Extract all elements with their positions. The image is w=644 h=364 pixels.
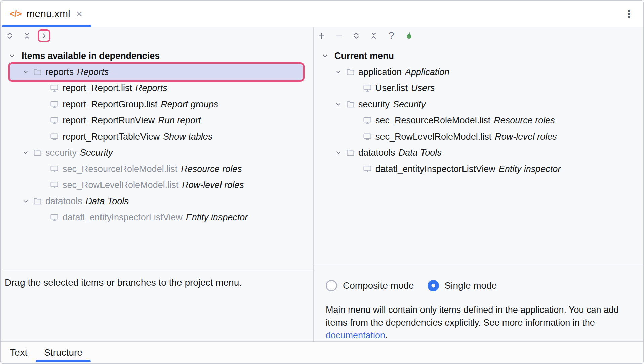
screen-icon: [50, 180, 59, 190]
node-id: report_Report.list: [63, 83, 132, 94]
tree-node-datatools[interactable]: datatoolsData Tools: [314, 145, 643, 161]
chevron-down-icon[interactable]: [321, 52, 329, 60]
tab-text[interactable]: Text: [2, 342, 36, 363]
node-caption: Security: [393, 99, 426, 110]
node-caption: Application: [405, 67, 449, 77]
chevron-down-icon[interactable]: [334, 100, 343, 108]
tab-menu-xml[interactable]: </> menu.xml ×: [2, 1, 91, 27]
collapse-all-button[interactable]: [367, 29, 380, 42]
node-id: datatools: [45, 196, 82, 207]
node-caption: Reports: [77, 67, 109, 77]
node-caption: Run report: [158, 115, 201, 126]
tree-header[interactable]: Items available in dependencies: [1, 48, 313, 64]
screen-icon: [50, 116, 59, 125]
documentation-link[interactable]: documentation: [326, 330, 385, 340]
more-options-icon[interactable]: ⋮: [623, 8, 634, 20]
tree-node-sec_RowLevelRoleModel.list[interactable]: sec_RowLevelRoleModel.listRow-level role…: [314, 129, 643, 145]
chevron-down-icon[interactable]: [334, 149, 343, 157]
current-menu-toolbar: ?: [314, 27, 643, 44]
tab-label: menu.xml: [27, 8, 70, 20]
mode-description-period: .: [385, 330, 388, 340]
node-caption: Report groups: [161, 99, 218, 110]
screen-icon: [50, 132, 59, 141]
tree-node-report_Report.list[interactable]: report_Report.listReports: [1, 80, 313, 96]
tree-node-report_ReportTableView[interactable]: report_ReportTableViewShow tables: [1, 129, 313, 145]
node-id: security: [45, 148, 77, 158]
screen-icon: [50, 100, 59, 109]
node-caption: Resource roles: [181, 164, 242, 174]
tree-node-sec_ResourceRoleModel.list[interactable]: sec_ResourceRoleModel.listResource roles: [1, 161, 313, 177]
node-caption: Data Tools: [399, 148, 442, 158]
current-menu-panel: ? Current menuapplicationApplicationUser…: [314, 27, 643, 341]
expand-all-button[interactable]: [350, 29, 363, 42]
tree-node-report_ReportGroup.list[interactable]: report_ReportGroup.listReport groups: [1, 96, 313, 112]
menu-mode-options: Composite modeSingle mode: [326, 280, 633, 291]
tree-header-label: Items available in dependencies: [22, 51, 160, 61]
node-caption: Reports: [135, 83, 167, 94]
plus-icon: [317, 31, 326, 40]
node-id: sec_RowLevelRoleModel.list: [63, 180, 178, 190]
move-to-menu-button[interactable]: [38, 29, 50, 42]
node-id: User.list: [375, 83, 408, 94]
tab-structure-label: Structure: [44, 347, 82, 358]
tab-structure[interactable]: Structure: [36, 342, 91, 363]
node-caption: Row-level roles: [495, 132, 557, 142]
tree-node-datatl_entityInspectorListView[interactable]: datatl_entityInspectorListViewEntity ins…: [314, 161, 643, 177]
remove-button[interactable]: [332, 29, 345, 42]
tree-node-security[interactable]: securitySecurity: [1, 145, 313, 161]
collapse-all-button[interactable]: [21, 29, 33, 42]
expand-all-icon: [5, 31, 14, 40]
node-id: datatl_entityInspectorListView: [375, 164, 495, 174]
node-id: sec_ResourceRoleModel.list: [375, 115, 490, 126]
node-caption: Entity inspector: [499, 164, 561, 174]
expand-all-button[interactable]: [3, 29, 16, 42]
tree-node-datatools[interactable]: datatoolsData Tools: [1, 193, 313, 209]
chevron-down-icon[interactable]: [334, 68, 343, 76]
tree-header[interactable]: Current menu: [314, 48, 643, 64]
editor-view-tabs: Text Structure: [1, 341, 643, 363]
chevron-down-icon[interactable]: [8, 52, 16, 60]
folder-icon: [33, 148, 42, 157]
radio-single-mode[interactable]: Single mode: [428, 280, 497, 291]
menu-mode-section: Composite modeSingle mode Main menu will…: [314, 265, 643, 342]
tree-header-label: Current menu: [334, 51, 394, 61]
node-id: report_ReportRunView: [63, 115, 155, 126]
flame-icon: [404, 31, 414, 41]
tree-node-sec_ResourceRoleModel.list[interactable]: sec_ResourceRoleModel.listResource roles: [314, 112, 643, 129]
drag-hint-text: Drag the selected items or branches to t…: [1, 271, 313, 341]
folder-icon: [33, 68, 42, 77]
node-id: reports: [45, 67, 74, 77]
chevron-down-icon[interactable]: [22, 149, 30, 157]
help-icon: ?: [388, 31, 394, 41]
minus-icon: [334, 31, 344, 40]
mode-description-line: Main menu will contain only items define…: [326, 303, 633, 316]
chevron-down-icon[interactable]: [22, 68, 30, 76]
hot-deploy-button[interactable]: [402, 29, 415, 42]
radio-composite-mode[interactable]: Composite mode: [326, 280, 414, 291]
tree-node-User.list[interactable]: User.listUsers: [314, 80, 643, 96]
tree-node-application[interactable]: applicationApplication: [314, 64, 643, 80]
mode-label: Single mode: [445, 280, 497, 291]
tree-node-reports[interactable]: reportsReports: [1, 64, 313, 80]
screen-icon: [363, 164, 372, 174]
tree-node-security[interactable]: securitySecurity: [314, 96, 643, 112]
structure-editor: Items available in dependenciesreportsRe…: [1, 27, 643, 341]
tree-node-sec_RowLevelRoleModel.list[interactable]: sec_RowLevelRoleModel.listRow-level role…: [1, 177, 313, 193]
chevron-down-icon[interactable]: [22, 197, 30, 205]
help-button[interactable]: ?: [385, 29, 398, 42]
tab-text-label: Text: [10, 347, 27, 358]
chevron-right-icon: [40, 32, 48, 40]
folder-icon: [346, 100, 355, 109]
screen-icon: [363, 116, 372, 125]
close-tab-icon[interactable]: ×: [76, 8, 83, 20]
xml-file-icon: </>: [10, 9, 22, 19]
expand-all-icon: [352, 31, 361, 40]
folder-icon: [346, 68, 355, 77]
screen-icon: [50, 164, 59, 174]
node-caption: Show tables: [163, 132, 212, 142]
tree-node-datatl_entityInspectorListView[interactable]: datatl_entityInspectorListViewEntity ins…: [1, 209, 313, 225]
editor-window: </> menu.xml × ⋮ Items available in depe…: [0, 0, 644, 364]
folder-icon: [33, 197, 42, 206]
tree-node-report_ReportRunView[interactable]: report_ReportRunViewRun report: [1, 112, 313, 129]
add-button[interactable]: [315, 29, 328, 42]
